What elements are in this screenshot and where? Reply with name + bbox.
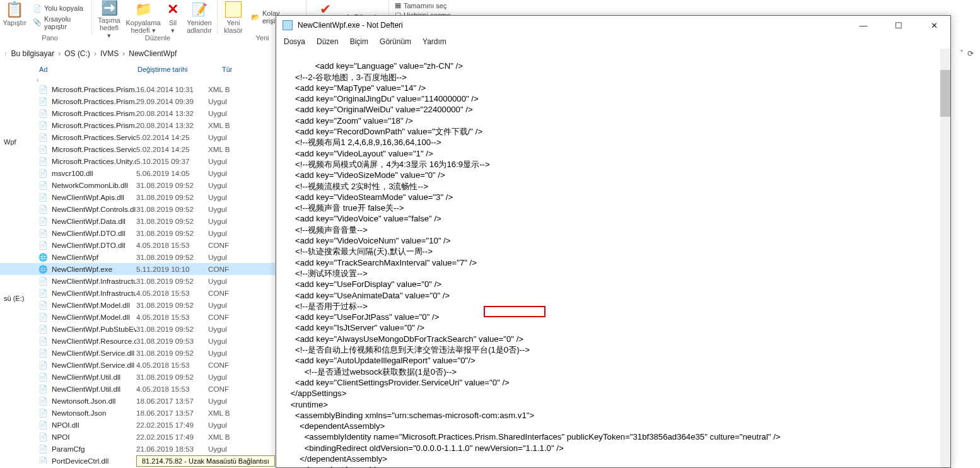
file-name: NewClientWpf.Infrastructure.dll [52, 289, 136, 297]
file-row[interactable]: 📄Newtonsoft.Json.dll18.06.2017 13:57Uygu… [0, 395, 275, 407]
file-date: 16.04.2014 10:31 [136, 85, 208, 93]
file-row[interactable]: 📄NewClientWpf.Infrastructure.dll31.08.20… [0, 275, 275, 287]
file-type: Uygul [208, 421, 227, 429]
refresh-icon[interactable]: ⟳ [967, 49, 974, 58]
file-date: 21.06.2019 18:53 [136, 445, 208, 453]
file-row[interactable]: 📄NetworkCommonLib.dll31.08.2019 09:52Uyg… [0, 179, 275, 191]
file-type: Uygul [208, 109, 227, 117]
file-row[interactable]: 📄Microsoft.Practices.ServiceLocation.dll… [0, 131, 275, 143]
crumb-folder-1[interactable]: IVMS [100, 49, 119, 58]
paste-label[interactable]: Yapıştır [3, 19, 26, 26]
notepad-text-area[interactable]: <add key="Language" value="zh-CN" /> <!-… [276, 49, 950, 467]
file-row[interactable]: 📄NewClientWpf.Service.dll31.08.2019 09:5… [0, 347, 275, 359]
file-row[interactable]: 🌐NewClientWpf31.08.2019 09:52Uygul [0, 251, 275, 263]
file-date: 20.08.2014 13:32 [136, 121, 208, 129]
file-row[interactable]: 📄NewClientWpf.Service.dll4.05.2018 15:53… [0, 359, 275, 371]
file-row[interactable]: 📄NewClientWpf.DTO.dll31.08.2019 09:52Uyg… [0, 227, 275, 239]
file-row[interactable]: 📄Microsoft.Practices.Prism.PubSubEvents.… [0, 95, 275, 107]
close-button[interactable]: ✕ [924, 21, 944, 30]
file-row[interactable]: 📄NewClientWpf.Model.dll4.05.2018 15:53CO… [0, 311, 275, 323]
up-icon[interactable]: ↑ [4, 50, 8, 57]
file-icon: 📄 [37, 433, 49, 442]
col-type[interactable]: Tür [213, 66, 254, 73]
file-row[interactable]: 📄NPOI.dll22.02.2015 17:49Uygul [0, 419, 275, 431]
file-row[interactable]: 📄ParamCfg21.06.2019 18:53Uygul [0, 443, 275, 455]
notepad-icon [283, 20, 293, 30]
maximize-button[interactable]: ☐ [889, 21, 909, 30]
file-name: NewClientWpf.DTO.dll [52, 229, 136, 237]
notepad-menubar[interactable]: DosyaDüzenBiçimGörünümYardım [276, 35, 950, 49]
file-row[interactable]: 📄Microsoft.Practices.Prism.Mvvm16.04.201… [0, 83, 275, 95]
file-row[interactable]: 📄NewClientWpf.Model.dll31.08.2019 09:52U… [0, 299, 275, 311]
notepad-content[interactable]: <add key="Language" value="zh-CN" /> <!-… [281, 61, 781, 467]
menu-item[interactable]: Dosya [284, 37, 305, 46]
file-row[interactable]: 📄NPOI22.02.2015 17:49XML B [0, 431, 275, 443]
file-icon: 📄 [37, 229, 49, 238]
nav-tree-fragment[interactable]: Wpf sü (E:) [1, 97, 33, 305]
move-to-icon[interactable]: ➡️ [101, 0, 118, 16]
file-row[interactable]: 📄NewClientWpf.Util.dll31.08.2019 09:52Uy… [0, 371, 275, 383]
crumb-this-pc[interactable]: Bu bilgisayar [11, 49, 55, 58]
file-row[interactable]: 📄Microsoft.Practices.ServiceLocation5.02… [0, 143, 275, 155]
file-row[interactable]: 📄Microsoft.Practices.Prism.SharedInterfa… [0, 119, 275, 131]
file-name: Microsoft.Practices.Prism.SharedInterfac… [52, 121, 136, 129]
file-date: 5.06.2019 14:05 [136, 169, 208, 177]
file-type: XML B [208, 145, 230, 153]
file-name: Microsoft.Practices.ServiceLocation [52, 145, 136, 153]
file-name: NewClientWpf.Resource.dll [52, 337, 136, 345]
copy-to-icon[interactable]: 📁 [135, 1, 152, 18]
menu-item[interactable]: Görünüm [380, 37, 411, 46]
file-row[interactable]: 📄NewClientWpf.DTO.dll4.05.2018 15:53CONF [0, 239, 275, 251]
file-type: Uygul [208, 349, 227, 357]
chevron-down-icon[interactable]: ˅ [960, 49, 964, 58]
file-icon: 📄 [37, 349, 49, 358]
delete-icon[interactable]: ✕ [167, 1, 178, 18]
menu-item[interactable]: Düzen [317, 37, 339, 46]
paste-shortcut-link[interactable]: 📎Kısayolu yapıştır [33, 15, 86, 30]
file-row[interactable]: 📄NewClientWpf.Infrastructure.dll4.05.201… [0, 287, 275, 299]
file-row[interactable]: 📄NewClientWpf.Apis.dll31.08.2019 09:52Uy… [0, 191, 275, 203]
file-name: NewClientWpf.Service.dll [52, 361, 136, 369]
file-type: Uygul [208, 373, 227, 381]
file-row[interactable]: 📄NewClientWpf.Data.dll31.08.2019 09:52Uy… [0, 215, 275, 227]
col-date[interactable]: Değiştirme tarihi [137, 66, 213, 73]
file-type: Uygul [208, 133, 227, 141]
menu-item[interactable]: Biçim [350, 37, 368, 46]
scrollbar-vertical[interactable] [940, 49, 950, 467]
paste-icon[interactable]: 📋 [5, 1, 24, 18]
file-date: 4.05.2018 15:53 [136, 241, 208, 249]
file-type: Uygul [208, 253, 227, 261]
menu-item[interactable]: Yardım [423, 37, 446, 46]
file-date: 31.08.2019 09:52 [136, 253, 208, 261]
crumb-drive[interactable]: OS (C:) [64, 49, 90, 58]
file-row[interactable]: 📄Newtonsoft.Json18.06.2017 13:57XML B [0, 407, 275, 419]
col-name[interactable]: Ad [0, 66, 137, 73]
file-row[interactable]: 📄Microsoft.Practices.Unity.dll5.10.2015 … [0, 155, 275, 167]
rename-icon[interactable]: 📝 [192, 2, 207, 17]
chevron-left-icon[interactable]: ‹ [0, 76, 275, 83]
file-icon: 📄 [37, 205, 49, 214]
select-all-link[interactable]: ▦Tamamını seç [395, 1, 446, 9]
notepad-titlebar[interactable]: NewClientWpf.exe - Not Defteri — ☐ ✕ [276, 16, 950, 35]
file-row[interactable]: 🌐NewClientWpf.exe5.11.2019 10:10CONF [0, 263, 275, 275]
file-row[interactable]: 📄NewClientWpf.Controls.dll31.08.2019 09:… [0, 203, 275, 215]
file-name: NewClientWpf.exe [52, 265, 136, 273]
file-row[interactable]: 📄Microsoft.Practices.Prism.SharedInterfa… [0, 107, 275, 119]
file-row[interactable]: 📄NewClientWpf.Resource.dll31.08.2019 09:… [0, 335, 275, 347]
file-row[interactable]: 📄NewClientWpf.PubStubEvents.dll31.08.201… [0, 323, 275, 335]
new-folder-icon[interactable] [225, 1, 242, 18]
scrollbar-thumb[interactable] [940, 70, 950, 117]
file-name: NewClientWpf.Service.dll [52, 349, 136, 357]
file-row[interactable]: 📄msvcr100.dll5.06.2019 14:05Uygul [0, 167, 275, 179]
notepad-title: NewClientWpf.exe - Not Defteri [298, 21, 403, 30]
copy-path-link[interactable]: 📄Yolu kopyala [33, 4, 83, 13]
file-type: Uygul [208, 337, 227, 345]
file-date: 4.05.2018 15:53 [136, 313, 208, 321]
column-headers[interactable]: Ad Değiştirme tarihi Tür [0, 63, 275, 76]
file-icon: 📄 [37, 445, 49, 453]
file-name: NPOI.dll [52, 421, 136, 429]
file-row[interactable]: 📄NewClientWpf.Util.dll4.05.2018 15:53CON… [0, 383, 275, 395]
minimize-button[interactable]: — [853, 21, 873, 30]
crumb-folder-2[interactable]: NewClientWpf [129, 49, 177, 58]
file-icon: 🌐 [37, 253, 49, 262]
